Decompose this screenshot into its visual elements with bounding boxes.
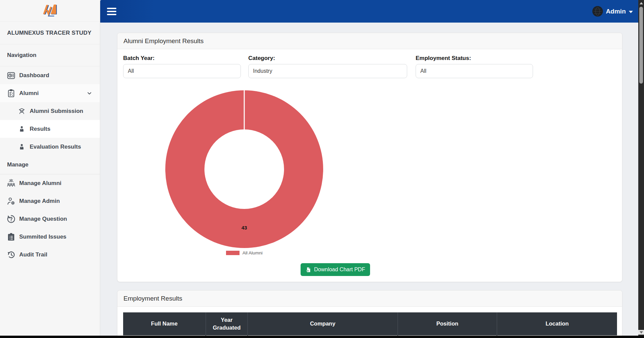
donut-ring[interactable]: 43 [165, 90, 323, 248]
chevron-down-icon [86, 90, 92, 96]
legend-swatch [226, 251, 240, 255]
sidebar-item-manage-alumni[interactable]: Manage Alumni [0, 174, 100, 192]
app-logo [0, 0, 100, 22]
col-header-full-name: Full Name [123, 312, 206, 336]
admin-dropdown[interactable]: Admin [592, 6, 633, 17]
sidebar-item-label: Manage Question [19, 216, 67, 222]
sidebar-section-navigation: Navigation [0, 44, 100, 66]
scroll-down-arrow[interactable] [638, 330, 644, 335]
sidebar-item-audit-trail[interactable]: Audit Trail [0, 246, 100, 264]
col-header-year-graduated: Year Graduated [206, 312, 248, 336]
scroll-up-arrow[interactable] [638, 1, 644, 5]
sidebar-section-manage: Manage [0, 156, 100, 174]
sidebar-item-label: Alumni [19, 90, 39, 97]
history-icon [7, 250, 16, 259]
sidebar-item-label: Manage Admin [19, 198, 60, 205]
col-header-company: Company [248, 312, 398, 336]
col-header-position: Position [398, 312, 497, 336]
employment-status-select[interactable]: All [416, 64, 533, 78]
legend-label: All Alumni [243, 250, 262, 255]
clipboard-list-icon [7, 233, 16, 241]
sidebar-item-dashboard[interactable]: Dashboard [0, 66, 100, 84]
employment-results-table: Full Name Year Graduated Company Positio… [123, 312, 617, 338]
batch-year-select[interactable]: All [123, 64, 241, 78]
sidebar-item-alumni-submission[interactable]: Alumni Submission [0, 102, 100, 120]
sidebar-item-results[interactable]: Results [0, 120, 100, 138]
chart-legend[interactable]: All Alumni [165, 250, 323, 255]
table-card-title: Employment Results [117, 290, 622, 307]
category-label: Category: [248, 55, 407, 62]
sidebar-item-manage-admin[interactable]: Manage Admin [0, 192, 100, 210]
dashboard-icon [7, 71, 16, 80]
download-button-label: Download Chart PDF [314, 267, 365, 273]
person-icon [18, 143, 25, 150]
bottom-edge-bar [0, 336, 644, 338]
brand-title: ALUMNEXUS TRACER STUDY [0, 22, 100, 44]
sidebar-item-evaluation-results[interactable]: Evaluation Results [0, 138, 100, 156]
sidebar-item-label: Alumni Submission [30, 108, 83, 115]
graduate-icon [18, 107, 25, 115]
caret-down-icon [629, 11, 633, 13]
batch-year-label: Batch Year: [123, 55, 241, 62]
hamburger-menu-icon[interactable] [107, 6, 116, 17]
category-select[interactable]: Industry [248, 64, 407, 78]
users-gear-icon [7, 179, 16, 188]
alumnexus-logo-icon [39, 3, 60, 19]
top-navbar: Admin [100, 0, 638, 23]
admin-label: Admin [606, 8, 626, 15]
chart-card-title: Alumni Employment Results [117, 33, 622, 49]
vertical-scrollbar[interactable] [638, 0, 644, 338]
admin-avatar [592, 6, 603, 17]
sidebar-item-label: Dashboard [19, 72, 49, 79]
sidebar-item-label: Summited Issues [19, 234, 66, 240]
filters-row: Batch Year: All Category: Industry Emplo… [123, 55, 616, 78]
clipboard-check-icon [7, 89, 16, 98]
download-chart-pdf-button[interactable]: Download Chart PDF [301, 263, 370, 276]
sidebar-item-label: Manage Alumni [19, 180, 61, 187]
sidebar-item-label: Evaluation Results [30, 144, 81, 150]
file-pdf-icon [306, 267, 311, 273]
main-content: Alumni Employment Results Batch Year: Al… [100, 23, 638, 338]
table-header-row: Full Name Year Graduated Company Positio… [123, 312, 617, 336]
employment-status-label: Employment Status: [416, 55, 533, 62]
sidebar: ALUMNEXUS TRACER STUDY Navigation Dashbo… [0, 0, 100, 338]
col-header-location: Location [497, 312, 617, 336]
sidebar-item-summited-issues[interactable]: Summited Issues [0, 228, 100, 246]
person-icon [18, 125, 25, 132]
alumni-employment-results-card: Alumni Employment Results Batch Year: Al… [117, 33, 622, 282]
person-gear-icon [7, 197, 16, 206]
donut-segment-divider [244, 90, 245, 130]
scrollbar-thumb[interactable] [639, 7, 643, 84]
question-circle-icon [7, 215, 16, 223]
sidebar-item-manage-question[interactable]: Manage Question [0, 210, 100, 228]
donut-value-label: 43 [242, 225, 247, 231]
sidebar-item-label: Audit Trail [19, 251, 47, 258]
employment-results-card: Employment Results Full Name Year Gradua… [117, 290, 622, 338]
sidebar-item-alumni[interactable]: Alumni [0, 84, 100, 102]
sidebar-item-label: Results [30, 126, 50, 132]
employment-donut-chart[interactable]: 43 All Alumni [165, 90, 323, 255]
